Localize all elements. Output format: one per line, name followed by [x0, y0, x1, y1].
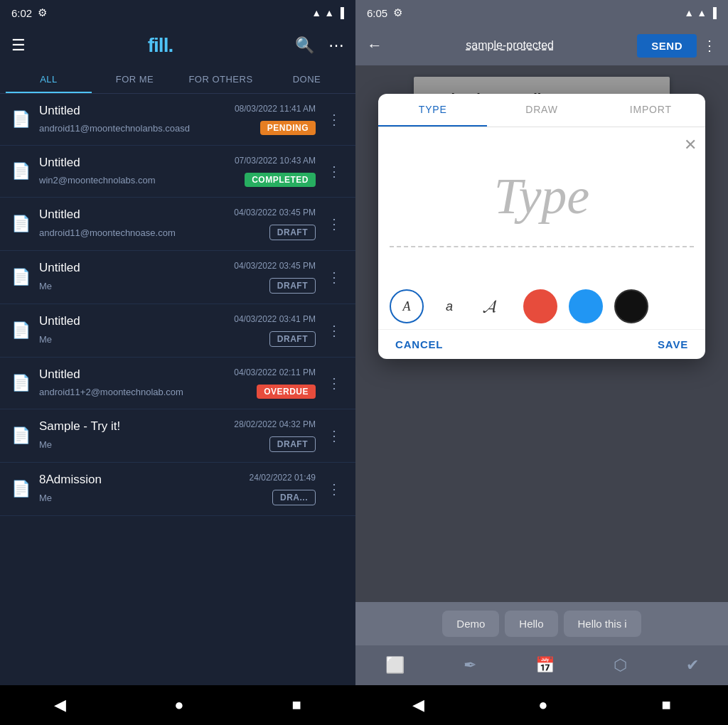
status-badge: OVERDUE: [257, 385, 316, 399]
doc-content: Untitled 08/03/2022 11:41 AM android11@m…: [39, 104, 316, 135]
left-bottom-nav: ◀ ● ■: [0, 685, 355, 725]
nav-back-button-right[interactable]: ◀: [412, 696, 424, 714]
doc-date: 04/03/2022 02:11 PM: [234, 367, 316, 377]
type-placeholder[interactable]: Type: [390, 153, 694, 240]
doc-more-button[interactable]: ⋮: [324, 480, 344, 498]
doc-item[interactable]: 📄 Untitled 04/03/2022 03:41 PM Me DRAFT …: [0, 304, 355, 358]
doc-title-row: Untitled 04/03/2022 02:11 PM: [39, 367, 316, 382]
top-bar-icons: 🔍 ⋯: [295, 36, 344, 55]
doc-date: 04/03/2022 03:45 PM: [234, 261, 316, 271]
tabs-bar: ALL FOR ME FOR OTHERS DONE: [0, 65, 355, 94]
doc-file-icon: 📄: [11, 162, 31, 181]
font-option-3[interactable]: 𝓐: [475, 292, 503, 321]
doc-email: Me: [39, 493, 52, 503]
doc-title: Untitled: [39, 367, 80, 382]
close-modal-button[interactable]: ✕: [684, 136, 697, 154]
doc-more-button[interactable]: ⋮: [324, 111, 344, 128]
modal-tab-type[interactable]: TYPE: [378, 94, 487, 127]
tab-for-others[interactable]: FOR OTHERS: [178, 65, 264, 93]
toolbar-calendar-icon[interactable]: 📅: [535, 656, 555, 675]
doc-file-icon: 📄: [11, 480, 31, 498]
suggestion-hello[interactable]: Hello: [505, 611, 557, 637]
doc-file-icon: 📄: [11, 110, 31, 129]
doc-item[interactable]: 📄 Untitled 07/03/2022 10:43 AM win2@moon…: [0, 146, 355, 198]
status-badge: DRAFT: [269, 278, 316, 294]
doc-email: android11@moontechnoase.com: [39, 227, 176, 238]
search-button[interactable]: 🔍: [295, 36, 314, 55]
battery-icon-right: ▐: [710, 7, 717, 18]
modal-tab-draw[interactable]: DRAW: [487, 94, 596, 127]
doc-item[interactable]: 📄 Sample - Try it! 28/02/2022 04:32 PM M…: [0, 409, 355, 463]
right-bottom-nav: ◀ ● ■: [355, 685, 728, 725]
overflow-menu-button[interactable]: ⋯: [328, 36, 344, 55]
color-black[interactable]: [614, 289, 648, 323]
doc-date: 28/02/2022 04:32 PM: [234, 419, 316, 429]
doc-email: android11@moontechnolanbs.coasd: [39, 123, 190, 134]
doc-title-row: Untitled 07/03/2022 10:43 AM: [39, 156, 316, 170]
color-blue[interactable]: [569, 289, 603, 323]
doc-file-icon: 📄: [11, 374, 31, 392]
doc-item[interactable]: 📄 8Admission 24/02/2022 01:49 Me DRA... …: [0, 463, 355, 516]
status-badge: PENDING: [260, 121, 316, 135]
menu-button[interactable]: ☰: [11, 36, 26, 55]
send-button[interactable]: SEND: [637, 34, 697, 58]
doc-title: Untitled: [39, 156, 80, 170]
status-badge: DRA...: [272, 490, 316, 505]
toolbar-image-icon[interactable]: ⬜: [385, 656, 405, 675]
doc-item[interactable]: 📄 Untitled 08/03/2022 11:41 AM android11…: [0, 94, 355, 146]
modal-tab-import[interactable]: IMPORT: [596, 94, 705, 127]
font-option-1[interactable]: A: [390, 289, 424, 323]
suggestion-hello-this[interactable]: Hello this i: [564, 611, 641, 637]
settings-icon-right: ⚙: [393, 6, 402, 19]
suggestion-demo[interactable]: Demo: [442, 611, 499, 637]
toolbar-stamp-icon[interactable]: ⬡: [614, 656, 627, 675]
right-status-right: ▲ ▲ ▐: [684, 7, 717, 18]
doc-meta-row: win2@moontechnolabs.com COMPLETED: [39, 173, 316, 187]
tab-done[interactable]: DONE: [264, 65, 350, 93]
tab-for-me[interactable]: FOR ME: [92, 65, 178, 93]
status-badge: DRAFT: [269, 331, 316, 347]
nav-back-button-left[interactable]: ◀: [54, 696, 66, 714]
doc-title: Untitled: [39, 314, 80, 328]
doc-item[interactable]: 📄 Untitled 04/03/2022 03:45 PM android11…: [0, 198, 355, 251]
signal-icon-right: ▲: [697, 7, 707, 18]
nav-recents-button-right[interactable]: ■: [662, 696, 671, 714]
more-options-button[interactable]: ⋮: [702, 37, 717, 54]
back-button-right[interactable]: ←: [367, 36, 382, 55]
doc-more-button[interactable]: ⋮: [324, 427, 344, 444]
nav-home-button-left[interactable]: ●: [174, 696, 183, 714]
doc-more-button[interactable]: ⋮: [324, 322, 344, 339]
doc-title: 8Admission: [39, 473, 102, 487]
doc-date: 08/03/2022 11:41 AM: [235, 104, 316, 114]
doc-content: Untitled 07/03/2022 10:43 AM win2@moonte…: [39, 156, 316, 187]
nav-home-button-right[interactable]: ●: [538, 696, 547, 714]
suggestions-bar: Demo Hello Hello this i: [355, 602, 728, 645]
doc-item[interactable]: 📄 Untitled 04/03/2022 02:11 PM android11…: [0, 358, 355, 409]
doc-more-button[interactable]: ⋮: [324, 375, 344, 392]
cancel-button[interactable]: CANCEL: [395, 338, 443, 350]
doc-item[interactable]: 📄 Untitled 04/03/2022 03:45 PM Me DRAFT …: [0, 251, 355, 304]
font-option-2[interactable]: a: [435, 292, 464, 321]
doc-meta-row: android11@moontechnolanbs.coasd PENDING: [39, 121, 316, 135]
app-logo: fill.: [148, 34, 173, 57]
status-badge: DRAFT: [269, 225, 316, 240]
doc-email: win2@moontechnolabs.com: [39, 175, 156, 186]
save-button[interactable]: SAVE: [658, 338, 688, 350]
doc-meta-row: Me DRAFT: [39, 278, 316, 294]
modal-footer: CANCEL SAVE: [378, 329, 705, 359]
color-red[interactable]: [523, 289, 557, 323]
doc-more-button[interactable]: ⋮: [324, 269, 344, 286]
status-badge: COMPLETED: [245, 173, 316, 187]
doc-more-button[interactable]: ⋮: [324, 163, 344, 180]
tab-all[interactable]: ALL: [6, 65, 92, 93]
doc-title: Untitled: [39, 208, 80, 222]
modal-body: ✕ Type: [378, 127, 705, 284]
time-left: 6:02: [11, 7, 32, 19]
toolbar-signature-icon[interactable]: ✒: [464, 656, 476, 675]
doc-more-button[interactable]: ⋮: [324, 215, 344, 232]
time-right: 6:05: [367, 7, 387, 19]
nav-recents-button-left[interactable]: ■: [292, 696, 301, 714]
doc-file-icon: 📄: [11, 268, 31, 286]
toolbar-check-icon[interactable]: ✔: [686, 656, 699, 675]
doc-title: Untitled: [39, 104, 80, 118]
